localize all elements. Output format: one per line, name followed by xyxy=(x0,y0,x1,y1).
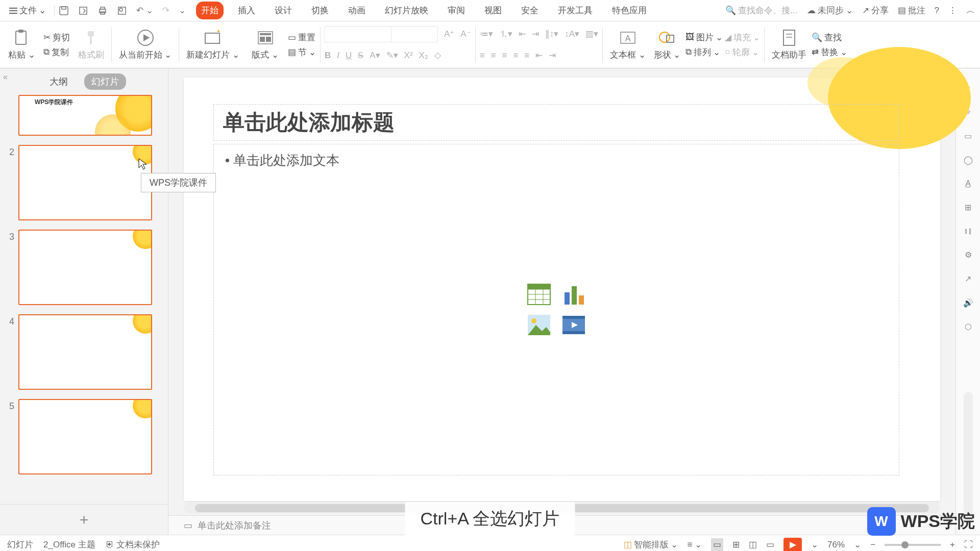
qat-customize-icon[interactable]: ⌄ xyxy=(179,5,186,16)
outline-button[interactable]: ○轮廓 ⌄ xyxy=(725,46,760,58)
rt-settings-icon[interactable]: ⚙ xyxy=(965,250,972,260)
picture-button[interactable]: 🖼图片 ⌄ xyxy=(685,32,723,43)
new-slide-button[interactable]: 新建幻灯片 ⌄ xyxy=(183,29,242,61)
section-button[interactable]: ▤节 ⌄ xyxy=(288,46,316,58)
rt-export-icon[interactable]: ↗ xyxy=(965,274,971,284)
strikethrough-button[interactable]: S̶ xyxy=(358,50,363,61)
panel-tab-outline[interactable]: 大纲 xyxy=(42,73,75,90)
tab-developer[interactable]: 开发工具 xyxy=(553,2,598,19)
rt-text-icon[interactable]: A xyxy=(965,179,971,188)
view-normal-icon[interactable]: ▭ xyxy=(711,538,723,551)
status-theme[interactable]: 2_Office 主题 xyxy=(43,539,95,550)
indent-left-button[interactable]: ⇤ xyxy=(535,50,543,61)
fill-button[interactable]: ◢填充 ⌄ xyxy=(725,32,760,43)
insert-video-icon[interactable] xyxy=(561,314,586,336)
rt-hex-icon[interactable]: ⬡ xyxy=(965,322,972,332)
view-notes-icon[interactable]: ≡ ⌄ xyxy=(687,539,702,550)
zoom-in-button[interactable]: + xyxy=(950,540,955,550)
slide-thumbnail-2[interactable] xyxy=(18,145,152,220)
bold-button[interactable]: B xyxy=(325,51,331,61)
text-direction-button[interactable]: ↕A▾ xyxy=(565,29,579,39)
add-slide-button[interactable]: + xyxy=(0,504,168,535)
save-icon[interactable] xyxy=(59,6,69,16)
underline-button[interactable]: U xyxy=(346,51,352,61)
tab-start[interactable]: 开始 xyxy=(196,2,224,19)
slide-thumbnail-5[interactable] xyxy=(18,399,152,474)
help-icon[interactable]: ? xyxy=(935,6,939,16)
insert-chart-icon[interactable] xyxy=(561,283,586,306)
numbering-button[interactable]: ⒈▾ xyxy=(499,28,512,40)
clear-format-button[interactable]: ◇ xyxy=(434,50,441,61)
smart-layout-button[interactable]: ◫智能排版 ⌄ xyxy=(624,539,678,550)
justify-button[interactable]: ≡ xyxy=(513,51,518,61)
decrease-indent-button[interactable]: ⇤ xyxy=(519,29,526,39)
distribute-button[interactable]: ≡ xyxy=(524,51,529,61)
tab-insert[interactable]: 插入 xyxy=(233,2,260,19)
vertical-scrollbar[interactable] xyxy=(964,392,973,524)
status-protection[interactable]: ⛨文档未保护 xyxy=(106,539,160,550)
layout-button[interactable]: 版式 ⌄ xyxy=(249,29,282,61)
find-button[interactable]: 🔍查找 xyxy=(812,32,847,43)
italic-button[interactable]: I xyxy=(337,51,339,61)
slide-canvas[interactable]: 单击此处添加标题 单击此处添加文本 xyxy=(184,78,940,501)
comment-button[interactable]: ▤批注 xyxy=(898,5,925,16)
slide-thumbnail-3[interactable] xyxy=(18,230,152,305)
highlight-button[interactable]: ✎▾ xyxy=(386,50,398,61)
columns-button[interactable]: ▥▾ xyxy=(585,29,598,39)
align-left-button[interactable]: ≡ xyxy=(480,51,485,61)
rt-select-icon[interactable]: ▭ xyxy=(964,131,972,141)
textbox-button[interactable]: A 文本框 ⌄ xyxy=(607,29,649,61)
increase-indent-button[interactable]: ⇥ xyxy=(532,29,539,39)
insert-table-icon[interactable] xyxy=(527,283,551,306)
print-icon[interactable] xyxy=(97,6,108,16)
zoom-slider[interactable] xyxy=(885,544,941,546)
line-spacing-button[interactable]: ‖↕▾ xyxy=(545,29,559,39)
shapes-button[interactable]: 形状 ⌄ xyxy=(651,29,684,61)
view-sorter-icon[interactable]: ⊞ xyxy=(732,539,740,550)
tab-review[interactable]: 审阅 xyxy=(443,2,470,19)
search-box[interactable]: 🔍 查找命令、搜... xyxy=(725,5,797,16)
view-reading-icon[interactable]: ◫ xyxy=(749,539,757,550)
sync-button[interactable]: ☁未同步⌄ xyxy=(807,5,853,16)
tab-slideshow[interactable]: 幻灯片放映 xyxy=(380,2,433,19)
tab-design[interactable]: 设计 xyxy=(270,2,297,19)
cut-button[interactable]: ✂剪切 xyxy=(43,32,70,43)
title-placeholder[interactable]: 单击此处添加标题 xyxy=(213,104,899,141)
rt-sound-icon[interactable]: 🔊 xyxy=(963,298,973,308)
content-placeholder[interactable]: 单击此处添加文本 xyxy=(213,144,899,475)
superscript-button[interactable]: X² xyxy=(404,51,413,61)
collapse-panel-icon[interactable]: « xyxy=(3,72,8,82)
tab-addins[interactable]: 特色应用 xyxy=(607,2,652,19)
preview-icon[interactable] xyxy=(117,6,127,16)
from-current-button[interactable]: 从当前开始 ⌄ xyxy=(116,29,175,61)
rt-grid-icon[interactable]: ⊞ xyxy=(965,203,971,212)
subscript-button[interactable]: X₂ xyxy=(419,50,428,61)
collapse-ribbon-icon[interactable]: ︿ xyxy=(966,5,975,16)
decrease-font-icon[interactable]: A⁻ xyxy=(460,29,471,39)
redo-icon[interactable]: ↷ xyxy=(162,5,169,16)
insert-image-icon[interactable] xyxy=(527,314,551,336)
slide-thumbnail-4[interactable] xyxy=(18,314,152,390)
share-button[interactable]: ↗分享 xyxy=(862,5,889,16)
copy-button[interactable]: ⧉复制 xyxy=(43,46,70,58)
reset-button[interactable]: ▭重置 xyxy=(288,32,316,43)
panel-tab-slides[interactable]: 幻灯片 xyxy=(84,73,126,90)
arrange-button[interactable]: ⧉排列 ⌄ xyxy=(685,46,723,58)
tab-transitions[interactable]: 切换 xyxy=(306,2,334,19)
export-icon[interactable] xyxy=(78,6,88,16)
paste-button[interactable]: 粘贴 ⌄ xyxy=(5,29,38,61)
bullets-button[interactable]: ≔▾ xyxy=(480,29,493,39)
font-name-input[interactable] xyxy=(325,27,391,42)
rt-chart-icon[interactable]: ⫾⫿ xyxy=(964,227,972,236)
play-button[interactable]: ▶ xyxy=(783,538,802,552)
zoom-out-button[interactable]: − xyxy=(870,540,875,550)
more-icon[interactable]: ⋮ xyxy=(948,5,957,16)
font-size-input[interactable] xyxy=(391,27,437,42)
font-color-button[interactable]: A▾ xyxy=(370,50,380,61)
tab-security[interactable]: 安全 xyxy=(516,2,544,19)
view-slideshow-icon[interactable]: ▭ xyxy=(766,539,774,550)
indent-right-button[interactable]: ⇥ xyxy=(549,50,556,61)
undo-icon[interactable]: ↶ ⌄ xyxy=(136,5,153,16)
tab-view[interactable]: 视图 xyxy=(479,2,507,19)
align-right-button[interactable]: ≡ xyxy=(502,51,507,61)
